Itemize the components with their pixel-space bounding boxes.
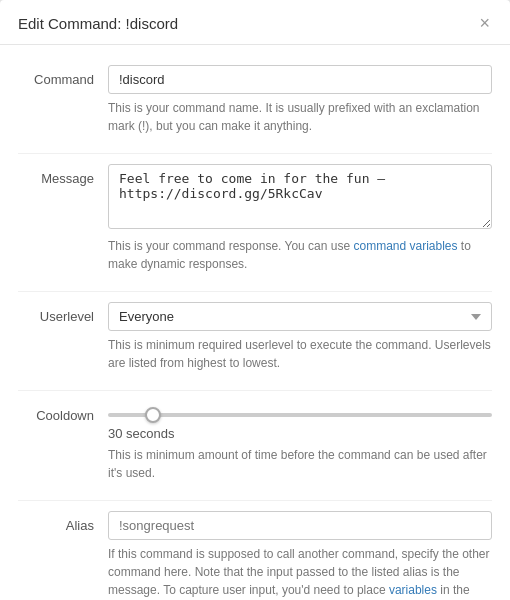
dialog-header: Edit Command: !discord ×: [0, 0, 510, 45]
cooldown-help: This is minimum amount of time before th…: [108, 446, 492, 482]
close-button[interactable]: ×: [477, 14, 492, 32]
userlevel-row: Userlevel Everyone Subscriber Regular Mo…: [18, 292, 492, 382]
alias-content: If this command is supposed to call anot…: [108, 511, 492, 600]
userlevel-content: Everyone Subscriber Regular Moderator Ed…: [108, 302, 492, 372]
command-help: This is your command name. It is usually…: [108, 99, 492, 135]
message-textarea[interactable]: [108, 164, 492, 229]
userlevel-select[interactable]: Everyone Subscriber Regular Moderator Ed…: [108, 302, 492, 331]
message-help: This is your command response. You can u…: [108, 237, 492, 273]
cooldown-slider[interactable]: [108, 413, 492, 417]
cooldown-label: Cooldown: [18, 401, 108, 482]
userlevel-help: This is minimum required userlevel to ex…: [108, 336, 492, 372]
dialog-title: Edit Command: !discord: [18, 15, 178, 32]
cooldown-slider-wrap: [108, 401, 492, 422]
alias-variables-link[interactable]: variables: [389, 583, 437, 597]
alias-help: If this command is supposed to call anot…: [108, 545, 492, 600]
cooldown-content: 30 seconds This is minimum amount of tim…: [108, 401, 492, 482]
message-content: This is your command response. You can u…: [108, 164, 492, 273]
dialog-body: Command This is your command name. It is…: [0, 45, 510, 600]
cooldown-value: 30 seconds: [108, 426, 492, 441]
message-row: Message This is your command response. Y…: [18, 154, 492, 283]
cooldown-row: Cooldown 30 seconds This is minimum amou…: [18, 391, 492, 492]
message-label: Message: [18, 164, 108, 273]
alias-input[interactable]: [108, 511, 492, 540]
command-variables-link[interactable]: command variables: [353, 239, 457, 253]
userlevel-label: Userlevel: [18, 302, 108, 372]
command-row: Command This is your command name. It is…: [18, 55, 492, 145]
command-input[interactable]: [108, 65, 492, 94]
command-label: Command: [18, 65, 108, 135]
edit-command-dialog: Edit Command: !discord × Command This is…: [0, 0, 510, 600]
alias-row: Alias If this command is supposed to cal…: [18, 501, 492, 600]
command-content: This is your command name. It is usually…: [108, 65, 492, 135]
alias-label: Alias: [18, 511, 108, 600]
message-help-before: This is your command response. You can u…: [108, 239, 353, 253]
